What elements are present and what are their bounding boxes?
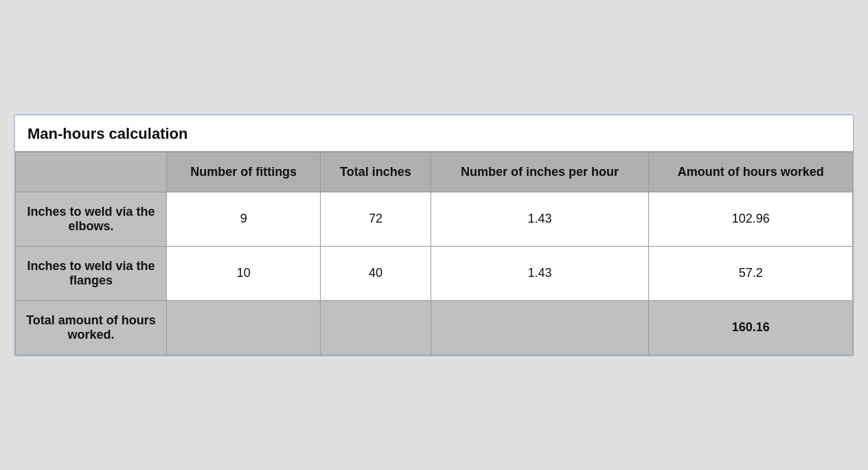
cell-hours-worked-total: 160.16 [649, 300, 853, 355]
cell-fittings-total [167, 300, 321, 355]
header-total-inches: Total inches [321, 152, 431, 192]
table-header-row: Number of fittings Total inches Number o… [16, 152, 853, 192]
cell-inches-per-hour-flanges: 1.43 [431, 246, 649, 300]
cell-total-inches-flanges: 40 [321, 246, 431, 300]
header-hours-worked: Amount of hours worked [649, 152, 853, 192]
cell-hours-worked-flanges: 57.2 [649, 246, 853, 300]
table-row: Inches to weld via the flanges 10 40 1.4… [16, 246, 853, 300]
header-inches-per-hour: Number of inches per hour [431, 152, 649, 192]
cell-fittings-elbows: 9 [167, 192, 321, 246]
cell-total-inches-total [321, 300, 431, 355]
header-row-label [16, 152, 167, 192]
table-row-total: Total amount of hours worked. 160.16 [16, 300, 853, 355]
cell-fittings-flanges: 10 [167, 246, 321, 300]
row-label-elbows: Inches to weld via the elbows. [16, 192, 167, 246]
row-label-flanges: Inches to weld via the flanges [16, 246, 167, 300]
cell-total-inches-elbows: 72 [321, 192, 431, 246]
row-label-total: Total amount of hours worked. [16, 300, 167, 355]
title-bar: Man-hours calculation [15, 115, 853, 151]
man-hours-table: Number of fittings Total inches Number o… [15, 151, 853, 355]
cell-hours-worked-elbows: 102.96 [649, 192, 853, 246]
cell-inches-per-hour-elbows: 1.43 [431, 192, 649, 246]
header-fittings: Number of fittings [167, 152, 321, 192]
cell-inches-per-hour-total [431, 300, 649, 355]
table-row: Inches to weld via the elbows. 9 72 1.43… [16, 192, 853, 246]
page-title: Man-hours calculation [27, 125, 841, 143]
main-container: Man-hours calculation Number of fittings… [14, 114, 854, 357]
